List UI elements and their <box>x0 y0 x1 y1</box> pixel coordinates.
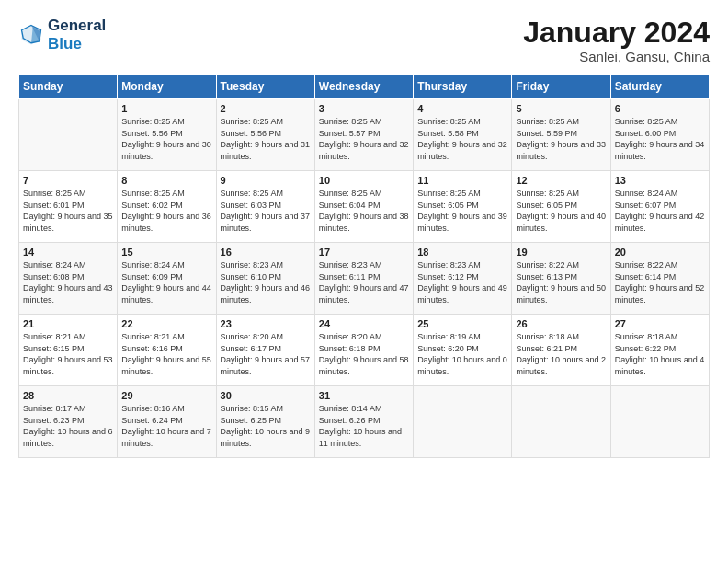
day-detail: Sunrise: 8:18 AMSunset: 6:22 PMDaylight:… <box>615 331 705 377</box>
col-header-sunday: Sunday <box>19 75 118 99</box>
calendar-cell: 4Sunrise: 8:25 AMSunset: 5:58 PMDaylight… <box>414 99 512 171</box>
day-number: 7 <box>23 175 113 186</box>
calendar-cell: 6Sunrise: 8:25 AMSunset: 6:00 PMDaylight… <box>610 99 709 171</box>
day-number: 5 <box>516 103 606 114</box>
day-number: 19 <box>516 247 606 258</box>
logo-icon <box>18 22 44 48</box>
calendar-cell: 24Sunrise: 8:20 AMSunset: 6:18 PMDayligh… <box>314 315 413 386</box>
day-detail: Sunrise: 8:20 AMSunset: 6:17 PMDaylight:… <box>221 331 311 377</box>
calendar-cell: 29Sunrise: 8:16 AMSunset: 6:24 PMDayligh… <box>118 386 216 458</box>
day-number: 14 <box>23 247 113 258</box>
calendar-cell <box>512 386 610 458</box>
day-number: 17 <box>319 247 409 258</box>
calendar-cell: 9Sunrise: 8:25 AMSunset: 6:03 PMDaylight… <box>216 171 314 243</box>
day-number: 9 <box>221 175 311 186</box>
day-detail: Sunrise: 8:25 AMSunset: 6:03 PMDaylight:… <box>221 188 311 234</box>
calendar-table: SundayMondayTuesdayWednesdayThursdayFrid… <box>18 74 710 458</box>
day-number: 1 <box>121 103 211 114</box>
day-number: 4 <box>417 103 507 114</box>
day-detail: Sunrise: 8:20 AMSunset: 6:18 PMDaylight:… <box>319 331 409 377</box>
page-subtitle: Sanlei, Gansu, China <box>523 49 710 64</box>
logo-text: General Blue <box>48 17 106 52</box>
col-header-wednesday: Wednesday <box>314 75 413 99</box>
day-detail: Sunrise: 8:22 AMSunset: 6:14 PMDaylight:… <box>615 259 705 305</box>
day-number: 27 <box>615 318 705 329</box>
calendar-cell: 2Sunrise: 8:25 AMSunset: 5:56 PMDaylight… <box>216 99 314 171</box>
day-detail: Sunrise: 8:25 AMSunset: 6:05 PMDaylight:… <box>516 188 606 234</box>
day-number: 2 <box>221 103 311 114</box>
col-header-monday: Monday <box>118 75 216 99</box>
calendar-cell: 26Sunrise: 8:18 AMSunset: 6:21 PMDayligh… <box>512 315 610 386</box>
day-detail: Sunrise: 8:24 AMSunset: 6:07 PMDaylight:… <box>615 188 705 234</box>
day-detail: Sunrise: 8:18 AMSunset: 6:21 PMDaylight:… <box>516 331 606 377</box>
calendar-cell: 17Sunrise: 8:23 AMSunset: 6:11 PMDayligh… <box>314 243 413 315</box>
calendar-header-row: SundayMondayTuesdayWednesdayThursdayFrid… <box>19 75 710 99</box>
calendar-cell: 22Sunrise: 8:21 AMSunset: 6:16 PMDayligh… <box>118 315 216 386</box>
day-detail: Sunrise: 8:25 AMSunset: 6:00 PMDaylight:… <box>615 116 705 162</box>
day-detail: Sunrise: 8:25 AMSunset: 5:58 PMDaylight:… <box>417 116 507 162</box>
day-detail: Sunrise: 8:24 AMSunset: 6:09 PMDaylight:… <box>121 259 211 305</box>
calendar-cell: 23Sunrise: 8:20 AMSunset: 6:17 PMDayligh… <box>216 315 314 386</box>
day-detail: Sunrise: 8:19 AMSunset: 6:20 PMDaylight:… <box>417 331 507 377</box>
day-detail: Sunrise: 8:23 AMSunset: 6:12 PMDaylight:… <box>417 259 507 305</box>
calendar-cell: 30Sunrise: 8:15 AMSunset: 6:25 PMDayligh… <box>216 386 314 458</box>
day-detail: Sunrise: 8:25 AMSunset: 6:04 PMDaylight:… <box>319 188 409 234</box>
col-header-tuesday: Tuesday <box>216 75 314 99</box>
day-number: 11 <box>417 175 507 186</box>
day-number: 16 <box>221 247 311 258</box>
calendar-cell: 7Sunrise: 8:25 AMSunset: 6:01 PMDaylight… <box>19 171 118 243</box>
day-detail: Sunrise: 8:14 AMSunset: 6:26 PMDaylight:… <box>319 403 409 449</box>
calendar-cell <box>414 386 512 458</box>
day-detail: Sunrise: 8:23 AMSunset: 6:11 PMDaylight:… <box>319 259 409 305</box>
day-detail: Sunrise: 8:24 AMSunset: 6:08 PMDaylight:… <box>23 259 113 305</box>
day-number: 31 <box>319 390 409 401</box>
calendar-cell: 20Sunrise: 8:22 AMSunset: 6:14 PMDayligh… <box>610 243 709 315</box>
calendar-cell: 31Sunrise: 8:14 AMSunset: 6:26 PMDayligh… <box>314 386 413 458</box>
day-number: 26 <box>516 318 606 329</box>
col-header-friday: Friday <box>512 75 610 99</box>
col-header-saturday: Saturday <box>610 75 709 99</box>
day-detail: Sunrise: 8:25 AMSunset: 6:05 PMDaylight:… <box>417 188 507 234</box>
calendar-cell: 8Sunrise: 8:25 AMSunset: 6:02 PMDaylight… <box>118 171 216 243</box>
title-block: January 2024 Sanlei, Gansu, China <box>523 17 710 64</box>
day-detail: Sunrise: 8:23 AMSunset: 6:10 PMDaylight:… <box>221 259 311 305</box>
week-row-4: 28Sunrise: 8:17 AMSunset: 6:23 PMDayligh… <box>19 386 710 458</box>
day-number: 22 <box>121 318 211 329</box>
day-number: 10 <box>319 175 409 186</box>
day-detail: Sunrise: 8:22 AMSunset: 6:13 PMDaylight:… <box>516 259 606 305</box>
day-number: 6 <box>615 103 705 114</box>
day-detail: Sunrise: 8:21 AMSunset: 6:15 PMDaylight:… <box>23 331 113 377</box>
day-detail: Sunrise: 8:15 AMSunset: 6:25 PMDaylight:… <box>221 403 311 449</box>
calendar-cell: 18Sunrise: 8:23 AMSunset: 6:12 PMDayligh… <box>414 243 512 315</box>
page: General Blue January 2024 Sanlei, Gansu,… <box>0 0 728 563</box>
calendar-cell: 12Sunrise: 8:25 AMSunset: 6:05 PMDayligh… <box>512 171 610 243</box>
day-number: 23 <box>221 318 311 329</box>
calendar-cell <box>610 386 709 458</box>
day-detail: Sunrise: 8:25 AMSunset: 6:02 PMDaylight:… <box>121 188 211 234</box>
day-number: 25 <box>417 318 507 329</box>
header: General Blue January 2024 Sanlei, Gansu,… <box>18 17 710 64</box>
calendar-cell <box>19 99 118 171</box>
day-number: 29 <box>121 390 211 401</box>
week-row-1: 7Sunrise: 8:25 AMSunset: 6:01 PMDaylight… <box>19 171 710 243</box>
week-row-3: 21Sunrise: 8:21 AMSunset: 6:15 PMDayligh… <box>19 315 710 386</box>
calendar-cell: 10Sunrise: 8:25 AMSunset: 6:04 PMDayligh… <box>314 171 413 243</box>
calendar-cell: 28Sunrise: 8:17 AMSunset: 6:23 PMDayligh… <box>19 386 118 458</box>
calendar-cell: 13Sunrise: 8:24 AMSunset: 6:07 PMDayligh… <box>610 171 709 243</box>
day-detail: Sunrise: 8:21 AMSunset: 6:16 PMDaylight:… <box>121 331 211 377</box>
day-detail: Sunrise: 8:25 AMSunset: 6:01 PMDaylight:… <box>23 188 113 234</box>
day-detail: Sunrise: 8:17 AMSunset: 6:23 PMDaylight:… <box>23 403 113 449</box>
day-detail: Sunrise: 8:16 AMSunset: 6:24 PMDaylight:… <box>121 403 211 449</box>
day-detail: Sunrise: 8:25 AMSunset: 5:56 PMDaylight:… <box>221 116 311 162</box>
calendar-cell: 3Sunrise: 8:25 AMSunset: 5:57 PMDaylight… <box>314 99 413 171</box>
week-row-0: 1Sunrise: 8:25 AMSunset: 5:56 PMDaylight… <box>19 99 710 171</box>
day-number: 8 <box>121 175 211 186</box>
day-number: 3 <box>319 103 409 114</box>
calendar-cell: 21Sunrise: 8:21 AMSunset: 6:15 PMDayligh… <box>19 315 118 386</box>
day-detail: Sunrise: 8:25 AMSunset: 5:59 PMDaylight:… <box>516 116 606 162</box>
calendar-cell: 19Sunrise: 8:22 AMSunset: 6:13 PMDayligh… <box>512 243 610 315</box>
day-number: 28 <box>23 390 113 401</box>
day-number: 12 <box>516 175 606 186</box>
logo: General Blue <box>18 17 106 52</box>
week-row-2: 14Sunrise: 8:24 AMSunset: 6:08 PMDayligh… <box>19 243 710 315</box>
